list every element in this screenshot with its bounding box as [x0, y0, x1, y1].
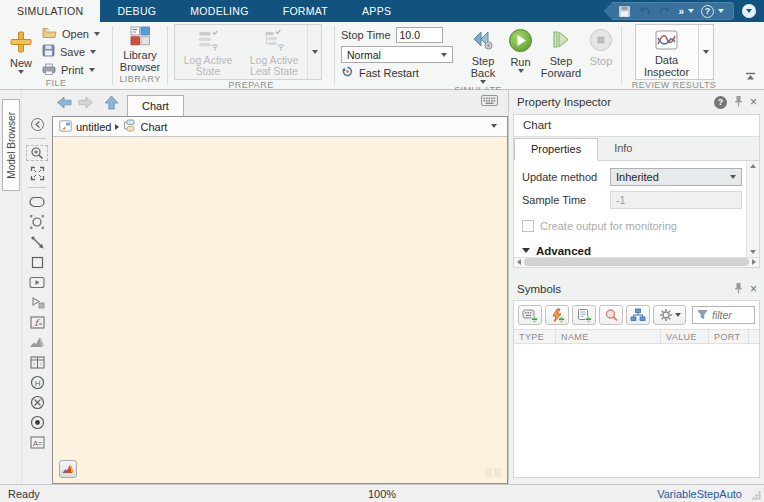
tab-format[interactable]: FORMAT [266, 0, 345, 22]
run-button[interactable]: Run [505, 27, 536, 74]
tab-simulation[interactable]: SIMULATION [0, 0, 100, 22]
property-inspector-horizontal-scrollbar[interactable] [514, 257, 759, 267]
property-inspector-help-icon[interactable]: ? [714, 96, 727, 109]
redo-icon[interactable] [658, 6, 671, 17]
qab-help-icon[interactable]: ? [701, 5, 714, 18]
log-active-leaf-state-button[interactable]: Log Active Leaf State [241, 25, 307, 79]
connective-junction-icon[interactable] [26, 394, 48, 410]
log-active-state-button[interactable]: Log Active State [175, 25, 241, 79]
stateflow-canvas[interactable] [53, 137, 507, 483]
palette-separator [28, 187, 46, 188]
simulation-mode-select[interactable]: Normal [341, 46, 453, 63]
history-junction-icon[interactable]: H [26, 374, 48, 390]
transition-tool-icon[interactable] [26, 234, 48, 250]
graphical-function-icon[interactable]: f [26, 314, 48, 330]
fast-restart-label[interactable]: Fast Restart [359, 67, 419, 79]
tab-info[interactable]: Info [598, 137, 648, 160]
save-button[interactable]: Save [42, 43, 100, 60]
data-inspector-button[interactable]: Data Inspector [636, 25, 698, 79]
editor-tab-chart[interactable]: Chart [127, 95, 184, 116]
run-dropdown-icon[interactable] [518, 69, 524, 73]
zoom-in-icon[interactable] [26, 145, 48, 161]
undo-icon[interactable] [638, 6, 651, 17]
print-dropdown-icon[interactable] [89, 68, 95, 72]
simulink-function-icon[interactable] [26, 274, 48, 290]
status-solver-link[interactable]: VariableStepAuto [657, 488, 742, 500]
fast-restart-icon [341, 66, 354, 79]
step-back-button[interactable]: Step Back [461, 27, 505, 85]
state-tool-icon[interactable] [26, 194, 48, 210]
tab-modeling[interactable]: MODELING [173, 0, 265, 22]
step-forward-button[interactable]: Step Forward [536, 27, 586, 80]
pattern-junction-icon[interactable] [26, 214, 48, 230]
update-method-select[interactable]: Inherited [610, 168, 742, 186]
breadcrumb-node[interactable]: Chart [140, 121, 167, 133]
symbols-filter-input[interactable] [712, 309, 750, 321]
default-transition-icon[interactable] [26, 414, 48, 430]
common-actions-icon[interactable]: » [678, 6, 684, 17]
column-name[interactable]: NAME [556, 330, 661, 343]
fit-to-view-icon[interactable] [26, 165, 48, 181]
breadcrumb-separator-icon [115, 124, 119, 130]
tab-properties[interactable]: Properties [514, 138, 598, 161]
property-inspector-vertical-scrollbar[interactable] [746, 161, 759, 257]
breadcrumb-dropdown-icon[interactable] [491, 124, 497, 128]
data-inspector-dropdown-icon[interactable] [698, 25, 713, 79]
hierarchy-view-button[interactable] [626, 305, 650, 325]
property-inspector-close-icon[interactable]: × [750, 97, 757, 107]
new-icon [9, 30, 33, 56]
symbols-list-empty[interactable] [514, 344, 759, 477]
symbols-close-icon[interactable]: × [750, 284, 757, 294]
add-data-button[interactable] [518, 305, 542, 325]
new-button[interactable]: New [6, 29, 36, 75]
new-dropdown-icon[interactable] [18, 70, 24, 74]
toolstrip-tabbar: SIMULATION DEBUG MODELING FORMAT APPS » … [0, 0, 764, 22]
open-button[interactable]: Open [42, 25, 100, 42]
minimize-toolstrip-icon[interactable] [745, 71, 756, 83]
keyboard-shortcuts-icon[interactable] [481, 95, 498, 108]
help-dropdown-icon[interactable] [718, 9, 724, 13]
save-dropdown-icon[interactable] [90, 50, 96, 54]
annotation-tool-icon[interactable]: A= [26, 434, 48, 450]
library-browser-button[interactable]: Library Browser [114, 25, 166, 74]
add-event-button[interactable] [545, 305, 569, 325]
stop-icon [589, 28, 613, 54]
palette-collapse-icon[interactable] [26, 116, 48, 132]
matlab-function-icon[interactable] [26, 334, 48, 350]
symbols-panel: TYPE NAME VALUE PORT [513, 300, 760, 478]
box-tool-icon[interactable] [26, 254, 48, 270]
toolstrip-options-icon[interactable] [742, 4, 756, 18]
step-back-dropdown-icon[interactable] [480, 80, 486, 84]
breadcrumb-model[interactable]: untitled [76, 121, 111, 133]
resize-grip[interactable] [752, 490, 761, 499]
model-browser-tab[interactable]: Model Browser [2, 99, 20, 191]
advanced-section-toggle[interactable]: Advanced [522, 245, 742, 257]
prepare-gallery-dropdown-icon[interactable] [307, 25, 321, 79]
column-type[interactable]: TYPE [514, 330, 556, 343]
stop-button[interactable]: Stop [586, 27, 616, 68]
sample-time-input[interactable]: -1 [610, 191, 742, 209]
breadcrumb: untitled Chart [53, 117, 507, 137]
symbols-settings-button[interactable] [653, 305, 686, 325]
tab-apps[interactable]: APPS [345, 0, 408, 22]
nav-forward-icon[interactable] [78, 96, 94, 111]
stop-time-input[interactable] [396, 27, 443, 43]
resolve-symbols-button[interactable] [599, 305, 623, 325]
column-port[interactable]: PORT [709, 330, 749, 343]
truth-table-icon[interactable] [26, 354, 48, 370]
column-value[interactable]: VALUE [661, 330, 709, 343]
nav-up-icon[interactable] [104, 95, 119, 112]
qab-save-icon[interactable] [618, 5, 631, 18]
symbols-pin-icon[interactable] [734, 282, 743, 296]
monitor-output-checkbox[interactable] [522, 220, 534, 232]
add-message-button[interactable] [572, 305, 596, 325]
property-inspector-pin-icon[interactable] [734, 95, 743, 109]
print-button[interactable]: Print [42, 61, 100, 78]
open-dropdown-icon[interactable] [94, 32, 100, 36]
simulink-based-state-icon[interactable] [26, 294, 48, 310]
tab-debug[interactable]: DEBUG [100, 0, 173, 22]
group-label-prepare: PREPARE [168, 80, 334, 90]
nav-back-icon[interactable] [56, 96, 72, 111]
common-actions-dropdown-icon[interactable] [688, 9, 694, 13]
print-icon [42, 63, 56, 77]
